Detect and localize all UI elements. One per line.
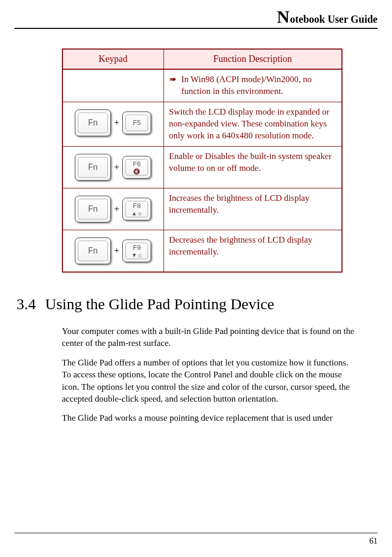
table-row: Fn + F8 ▲☼ Increases the brightness of L… bbox=[62, 188, 342, 230]
desc-cell: Increases the brightness of LCD display … bbox=[164, 188, 342, 230]
th-keypad: Keypad bbox=[62, 49, 164, 69]
desc-cell: Decreases the brightness of LCD display … bbox=[164, 230, 342, 272]
header-initial: N bbox=[277, 7, 290, 27]
desc-cell: ➠ In Win98 (ACPI mode)/Win2000, no funct… bbox=[164, 69, 342, 102]
fn-key-icon: Fn bbox=[75, 109, 111, 136]
keypad-cell-empty bbox=[62, 69, 164, 102]
table-row: ➠ In Win98 (ACPI mode)/Win2000, no funct… bbox=[62, 69, 342, 102]
fn-key-icon: Fn bbox=[75, 154, 111, 181]
plus-symbol: + bbox=[114, 117, 119, 129]
page-header: N otebook User Guide bbox=[14, 7, 378, 29]
brightness-up-icon: ▲☼ bbox=[132, 211, 142, 216]
f9-key-icon: F9 ▼☼ bbox=[122, 240, 151, 262]
keypad-cell: Fn + F6 🔇 bbox=[62, 146, 164, 188]
table-row: Fn + F9 ▼☼ Decreases the brightness of L… bbox=[62, 230, 342, 272]
plus-symbol: + bbox=[114, 245, 119, 257]
f8-key-icon: F8 ▲☼ bbox=[122, 198, 151, 220]
paragraph: The Glide Pad works a mouse pointing dev… bbox=[62, 412, 356, 424]
paragraph: The Glide Pad offers a number of options… bbox=[62, 357, 356, 405]
paragraph: Your computer comes with a built-in Glid… bbox=[62, 325, 356, 349]
section-number: 3.4 bbox=[17, 295, 36, 313]
th-description: Function Description bbox=[164, 49, 342, 69]
plus-symbol: + bbox=[114, 203, 119, 215]
table-header-row: Keypad Function Description bbox=[62, 49, 342, 69]
brightness-down-icon: ▼☼ bbox=[132, 252, 142, 258]
header-title-rest: otebook User Guide bbox=[290, 13, 378, 25]
mute-icon: 🔇 bbox=[133, 169, 140, 174]
f5-key-icon: F5 bbox=[122, 112, 151, 134]
fn-key-icon: Fn bbox=[75, 237, 111, 264]
desc-cell: Enable or Disables the built-in system s… bbox=[164, 146, 342, 188]
page-content: Keypad Function Description ➠ In Win98 (… bbox=[14, 29, 378, 424]
table-row: Fn + F5 Switch the LCD display mode in e… bbox=[62, 102, 342, 146]
keypad-cell: Fn + F8 ▲☼ bbox=[62, 188, 164, 230]
keypad-cell: Fn + F5 bbox=[62, 102, 164, 146]
section-title: Using the Glide Pad Pointing Device bbox=[45, 295, 274, 313]
page-footer: 61 bbox=[14, 533, 378, 546]
keypad-cell: Fn + F9 ▼☼ bbox=[62, 230, 164, 272]
plus-symbol: + bbox=[114, 161, 119, 173]
page-number: 61 bbox=[369, 536, 378, 545]
function-key-table: Keypad Function Description ➠ In Win98 (… bbox=[62, 49, 342, 273]
f6-key-icon: F6 🔇 bbox=[122, 156, 151, 179]
section-heading: 3.4 Using the Glide Pad Pointing Device bbox=[14, 295, 378, 313]
desc-cell: Switch the LCD display mode in expanded … bbox=[164, 102, 342, 146]
arrow-icon: ➠ bbox=[169, 74, 176, 98]
fn-key-icon: Fn bbox=[75, 196, 111, 222]
table-row: Fn + F6 🔇 Enable or Disables the built-i… bbox=[62, 146, 342, 188]
body-text: Your computer comes with a built-in Glid… bbox=[62, 325, 356, 424]
desc-text: In Win98 (ACPI mode)/Win2000, no functio… bbox=[182, 74, 337, 98]
